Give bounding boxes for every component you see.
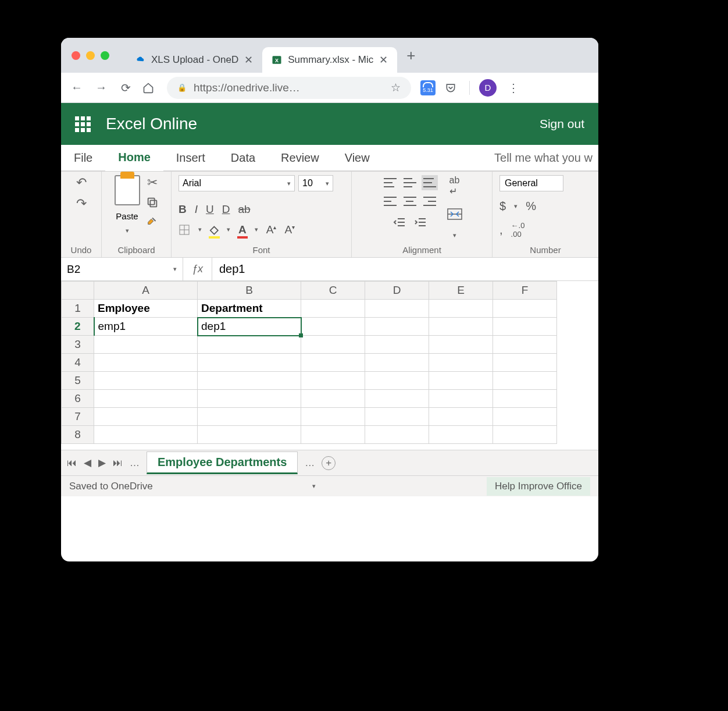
home-button[interactable]: [142, 82, 158, 94]
undo-button[interactable]: ↶: [76, 175, 87, 190]
increase-indent-button[interactable]: [414, 217, 427, 227]
cell-E8[interactable]: [429, 426, 493, 444]
first-sheet-button[interactable]: ⏮: [67, 457, 77, 469]
align-left-button[interactable]: [382, 194, 398, 209]
cell-B5[interactable]: [198, 372, 301, 390]
double-underline-button[interactable]: D: [222, 203, 230, 216]
column-header-B[interactable]: B: [198, 282, 301, 300]
column-header-E[interactable]: E: [429, 282, 493, 300]
number-format-select[interactable]: General: [499, 175, 563, 191]
cell-B6[interactable]: [198, 390, 301, 408]
underline-button[interactable]: U: [206, 203, 214, 216]
row-header-1[interactable]: 1: [62, 300, 94, 318]
row-header-6[interactable]: 6: [62, 390, 94, 408]
font-name-select[interactable]: Arial▾: [179, 175, 295, 191]
column-header-F[interactable]: F: [493, 282, 557, 300]
back-button[interactable]: ←: [69, 81, 84, 94]
fx-icon[interactable]: ƒx: [183, 258, 212, 280]
align-top-button[interactable]: [382, 175, 398, 190]
cell-B4[interactable]: [198, 354, 301, 372]
percent-button[interactable]: %: [526, 200, 536, 213]
sheet-menu-icon[interactable]: …: [305, 457, 315, 469]
font-color-button[interactable]: A: [238, 223, 247, 236]
cell-F4[interactable]: [493, 354, 557, 372]
cell-F2[interactable]: [493, 318, 557, 336]
row-header-3[interactable]: 3: [62, 336, 94, 354]
sheet-menu-icon[interactable]: …: [130, 457, 140, 469]
cell-F1[interactable]: [493, 300, 557, 318]
row-header-4[interactable]: 4: [62, 354, 94, 372]
formula-input[interactable]: dep1: [212, 258, 598, 280]
cell-C2[interactable]: [301, 318, 365, 336]
maximize-window-icon[interactable]: [101, 51, 109, 60]
cell-D1[interactable]: [365, 300, 429, 318]
tab-file[interactable]: File: [61, 145, 105, 171]
tell-me-search[interactable]: Tell me what you w: [481, 145, 598, 171]
cell-E3[interactable]: [429, 336, 493, 354]
grow-font-button[interactable]: A▴: [266, 223, 277, 236]
add-sheet-button[interactable]: +: [322, 456, 336, 470]
cell-B3[interactable]: [198, 336, 301, 354]
extension-badge[interactable]: 5.31: [420, 80, 436, 95]
borders-button[interactable]: [179, 224, 190, 236]
select-all-corner[interactable]: [62, 282, 94, 300]
cell-A1[interactable]: Employee: [94, 300, 198, 318]
increase-decimal-button[interactable]: ←.0.00: [511, 221, 525, 239]
font-size-select[interactable]: 10▾: [298, 175, 333, 191]
cell-D3[interactable]: [365, 336, 429, 354]
align-middle-button[interactable]: [402, 175, 418, 190]
sheet-tab-active[interactable]: Employee Departments: [147, 452, 298, 474]
new-tab-button[interactable]: +: [397, 47, 424, 65]
cut-button[interactable]: ✂: [147, 175, 158, 190]
app-launcher-icon[interactable]: [75, 116, 91, 132]
cell-D4[interactable]: [365, 354, 429, 372]
cell-D8[interactable]: [365, 426, 429, 444]
cell-E2[interactable]: [429, 318, 493, 336]
close-tab-icon[interactable]: ✕: [244, 54, 253, 66]
spreadsheet-grid[interactable]: ABCDEF1EmployeeDepartment2emp1dep1345678: [61, 281, 598, 450]
cell-E7[interactable]: [429, 408, 493, 426]
sign-out-link[interactable]: Sign out: [540, 117, 584, 131]
column-header-D[interactable]: D: [365, 282, 429, 300]
status-menu-icon[interactable]: ▾: [312, 482, 316, 490]
copy-button[interactable]: [146, 196, 159, 209]
cell-F7[interactable]: [493, 408, 557, 426]
address-bar[interactable]: 🔒 https://onedrive.live… ☆: [167, 77, 411, 99]
cell-C3[interactable]: [301, 336, 365, 354]
cell-B8[interactable]: [198, 426, 301, 444]
bold-button[interactable]: B: [179, 203, 187, 216]
row-header-7[interactable]: 7: [62, 408, 94, 426]
redo-button[interactable]: ↷: [76, 196, 87, 211]
cell-E6[interactable]: [429, 390, 493, 408]
cell-E5[interactable]: [429, 372, 493, 390]
cell-C4[interactable]: [301, 354, 365, 372]
cell-A7[interactable]: [94, 408, 198, 426]
tab-data[interactable]: Data: [218, 145, 268, 171]
currency-button[interactable]: $: [499, 200, 506, 213]
browser-tab-excel[interactable]: X Summary.xlsx - Mic ✕: [262, 47, 397, 73]
cell-F6[interactable]: [493, 390, 557, 408]
paste-button[interactable]: Paste ▾: [115, 175, 140, 234]
cell-E4[interactable]: [429, 354, 493, 372]
fill-color-button[interactable]: ◇: [210, 223, 219, 236]
merge-button[interactable]: [447, 208, 462, 220]
tab-insert[interactable]: Insert: [163, 145, 218, 171]
cell-A2[interactable]: emp1: [94, 318, 198, 336]
cell-A6[interactable]: [94, 390, 198, 408]
cell-E1[interactable]: [429, 300, 493, 318]
cell-C6[interactable]: [301, 390, 365, 408]
format-painter-button[interactable]: [146, 215, 159, 227]
row-header-5[interactable]: 5: [62, 372, 94, 390]
prev-sheet-button[interactable]: ◀: [84, 457, 91, 469]
tab-review[interactable]: Review: [268, 145, 332, 171]
row-header-2[interactable]: 2: [62, 318, 94, 336]
row-header-8[interactable]: 8: [62, 426, 94, 444]
star-icon[interactable]: ☆: [391, 81, 401, 94]
strikethrough-button[interactable]: ab: [238, 203, 250, 216]
decrease-indent-button[interactable]: [393, 217, 406, 227]
reload-button[interactable]: ⟳: [118, 81, 133, 95]
cell-D5[interactable]: [365, 372, 429, 390]
last-sheet-button[interactable]: ⏭: [113, 457, 123, 469]
shrink-font-button[interactable]: A▾: [284, 223, 295, 236]
help-improve-link[interactable]: Help Improve Office: [487, 477, 590, 496]
